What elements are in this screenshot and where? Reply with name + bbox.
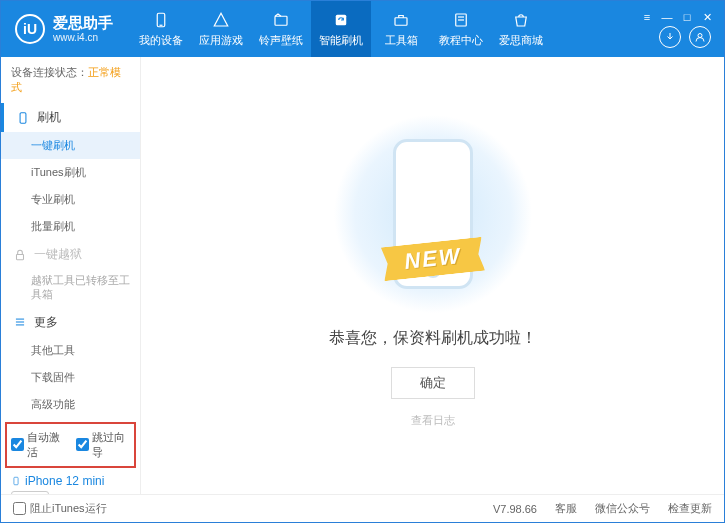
bag-icon [512,11,530,29]
connected-device[interactable]: iPhone 12 mini 64GB Down-12mini-13,1 [1,474,140,494]
app-name: 爱思助手 [53,14,113,32]
auto-activate-checkbox[interactable]: 自动激活 [11,430,66,460]
nav-ringtones[interactable]: 铃声壁纸 [251,1,311,57]
logo-icon: iU [15,14,45,44]
app-logo: iU 爱思助手 www.i4.cn [15,14,113,44]
close-button[interactable]: ✕ [700,11,714,24]
refresh-icon [332,11,350,29]
support-link[interactable]: 客服 [555,501,577,516]
toolbox-icon [392,11,410,29]
user-button[interactable] [689,26,711,48]
download-button[interactable] [659,26,681,48]
svg-rect-4 [395,17,407,25]
sidebar-section-flash[interactable]: 刷机 [1,103,140,132]
nav-apps-games[interactable]: 应用游戏 [191,1,251,57]
sidebar-item-pro-flash[interactable]: 专业刷机 [1,186,140,213]
apps-icon [212,11,230,29]
jailbreak-note: 越狱工具已转移至工具箱 [1,269,140,308]
check-update-link[interactable]: 检查更新 [668,501,712,516]
device-status: 设备连接状态：正常模式 [1,57,140,103]
svg-rect-10 [17,254,24,259]
nav-label: 工具箱 [385,33,418,48]
sidebar-item-oneclick-flash[interactable]: 一键刷机 [1,132,140,159]
minimize-button[interactable]: — [660,11,674,24]
phone-icon [11,474,21,488]
sidebar-item-batch-flash[interactable]: 批量刷机 [1,213,140,240]
nav-label: 应用游戏 [199,33,243,48]
svg-rect-14 [14,477,18,485]
svg-rect-2 [275,16,287,25]
sidebar-section-more[interactable]: 更多 [1,308,140,337]
success-illustration: NEW [313,124,553,304]
nav-tutorials[interactable]: 教程中心 [431,1,491,57]
nav-label: 教程中心 [439,33,483,48]
view-log-link[interactable]: 查看日志 [411,413,455,428]
top-nav: 我的设备 应用游戏 铃声壁纸 智能刷机 工具箱 教程中心 爱思商城 [131,1,551,57]
folder-icon [272,11,290,29]
menu-icon [13,315,27,329]
skip-guide-checkbox[interactable]: 跳过向导 [76,430,131,460]
nav-smart-flash[interactable]: 智能刷机 [311,1,371,57]
lock-icon [13,248,27,262]
sidebar-item-advanced[interactable]: 高级功能 [1,391,140,418]
phone-icon [152,11,170,29]
nav-label: 我的设备 [139,33,183,48]
section-label: 刷机 [37,109,61,126]
wechat-link[interactable]: 微信公众号 [595,501,650,516]
main-content: NEW 恭喜您，保资料刷机成功啦！ 确定 查看日志 [141,57,724,494]
menu-icon[interactable]: ≡ [640,11,654,24]
svg-point-8 [698,34,702,38]
maximize-button[interactable]: □ [680,11,694,24]
sidebar-section-jailbreak: 一键越狱 [1,240,140,269]
svg-rect-9 [20,112,26,123]
book-icon [452,11,470,29]
nav-label: 智能刷机 [319,33,363,48]
footer: 阻止iTunes运行 V7.98.66 客服 微信公众号 检查更新 [1,494,724,522]
titlebar: iU 爱思助手 www.i4.cn 我的设备 应用游戏 铃声壁纸 智能刷机 工具… [1,1,724,57]
block-itunes-checkbox[interactable]: 阻止iTunes运行 [13,501,107,516]
window-controls: ≡ — □ ✕ [640,11,714,24]
section-label: 更多 [34,314,58,331]
device-name: iPhone 12 mini [25,474,104,488]
success-message: 恭喜您，保资料刷机成功啦！ [329,328,537,349]
nav-toolbox[interactable]: 工具箱 [371,1,431,57]
sidebar: 设备连接状态：正常模式 刷机 一键刷机 iTunes刷机 专业刷机 批量刷机 一… [1,57,141,494]
app-url: www.i4.cn [53,32,113,44]
sidebar-item-other-tools[interactable]: 其他工具 [1,337,140,364]
ok-button[interactable]: 确定 [391,367,475,399]
phone-icon [16,111,30,125]
section-label: 一键越狱 [34,246,82,263]
nav-store[interactable]: 爱思商城 [491,1,551,57]
nav-my-device[interactable]: 我的设备 [131,1,191,57]
highlighted-options: 自动激活 跳过向导 [5,422,136,468]
sidebar-item-itunes-flash[interactable]: iTunes刷机 [1,159,140,186]
nav-label: 铃声壁纸 [259,33,303,48]
version-label: V7.98.66 [493,503,537,515]
nav-label: 爱思商城 [499,33,543,48]
sidebar-item-download-firmware[interactable]: 下载固件 [1,364,140,391]
